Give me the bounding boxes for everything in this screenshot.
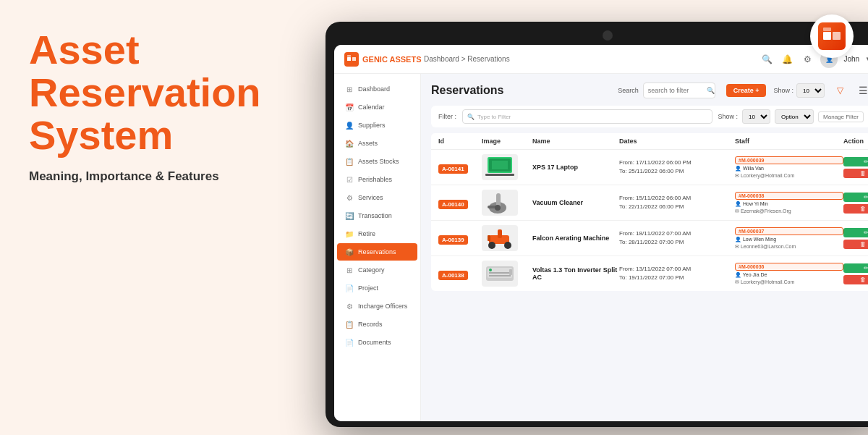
sidebar-label-category: Category	[358, 266, 385, 274]
item-image-1	[482, 154, 518, 180]
staff-email-2: ✉ Ezernak@Friesen.Org	[735, 208, 843, 214]
sidebar-label-incharge: Incharge Officers	[358, 303, 407, 310]
sidebar-item-dashboard[interactable]: ⊞ Dashboard	[337, 80, 417, 98]
show-select-2[interactable]: 10 25	[742, 109, 770, 124]
brand: GENIC ASSETS	[344, 52, 424, 67]
chevron-down-icon: ▼	[865, 56, 868, 62]
delete-button-2[interactable]: 🗑 Delete	[843, 204, 868, 214]
delete-button-3[interactable]: 🗑 Delete	[843, 240, 868, 249]
staff-email-3: ✉ Leonne63@Larson.Com	[735, 244, 843, 250]
edit-button-1[interactable]: ✏ Edit	[843, 157, 868, 166]
main-title: Asset Reservation System	[29, 29, 253, 156]
sidebar-item-retire[interactable]: 📁 Retire	[337, 225, 417, 242]
edit-button-2[interactable]: ✏ Edit	[843, 193, 868, 202]
search-box: Search 🔍	[618, 83, 719, 98]
suppliers-icon: 👤	[344, 120, 354, 130]
show-select[interactable]: 10 25 50	[796, 83, 825, 98]
documents-icon: 📄	[344, 337, 354, 347]
logo-icon	[818, 22, 846, 50]
svg-point-16	[504, 242, 511, 249]
sidebar-item-documents[interactable]: 📄 Documents	[337, 334, 417, 351]
delete-button-4[interactable]: 🗑 Delete	[843, 275, 868, 284]
assets-icon: 🏠	[344, 138, 354, 148]
manage-filter-button[interactable]: Manage Filter	[818, 111, 864, 122]
assets-stocks-icon: 📋	[344, 156, 354, 166]
col-name: Name	[532, 138, 619, 145]
records-icon: 📋	[344, 319, 354, 329]
breadcrumb: Dashboard > Reservations	[424, 55, 760, 63]
sidebar-item-transaction[interactable]: 🔄 Transaction	[337, 207, 417, 224]
action-3: ✏ Edit 🗑 Delete	[843, 228, 868, 249]
menu-icon[interactable]: ☰	[855, 83, 868, 98]
sidebar-item-suppliers[interactable]: 👤 Suppliers	[337, 117, 417, 134]
delete-button-1[interactable]: 🗑 Delete	[843, 169, 868, 178]
staff-id-1: #M-000039	[735, 156, 843, 164]
laptop-outer: GENIC ASSETS Dashboard > Reservations 🔍 …	[326, 22, 868, 427]
staff-1: #M-000039 👤 Willa Van ✉ Lcorkery@Hotmail…	[735, 156, 843, 179]
brand-name: GENIC ASSETS	[362, 55, 422, 64]
laptop-notch	[603, 30, 613, 41]
staff-name-2: 👤 How Yi Min	[735, 201, 843, 207]
edit-button-4[interactable]: ✏ Edit	[843, 263, 868, 273]
svg-rect-5	[347, 55, 351, 57]
brand-icon	[344, 52, 359, 67]
search-icon[interactable]: 🔍	[760, 52, 774, 67]
filter-row: Filter : 🔍 Type to Filter Show : 10 25	[431, 106, 868, 127]
dates-4: From: 13/11/2022 07:00 AMTo: 19/11/2022 …	[619, 265, 735, 282]
laptop-wrapper: GENIC ASSETS Dashboard > Reservations 🔍 …	[326, 22, 868, 427]
topbar-actions: 🔍 🔔 ⚙ 👤 John ▼	[760, 51, 868, 68]
sidebar-item-project[interactable]: 📄 Project	[337, 279, 417, 297]
search-label: Search	[618, 87, 639, 94]
bell-icon[interactable]: 🔔	[780, 52, 794, 67]
item-image-2	[482, 190, 518, 216]
svg-point-13	[495, 205, 501, 211]
sidebar-label-assets: Assets	[358, 140, 378, 147]
screen: GENIC ASSETS Dashboard > Reservations 🔍 …	[334, 45, 868, 421]
dates-1: From: 17/11/2022 06:00 PMTo: 25/11/2022 …	[619, 159, 735, 176]
reservations-icon: 📦	[344, 247, 354, 257]
sidebar-item-assets-stocks[interactable]: 📋 Assets Stocks	[337, 153, 417, 170]
svg-rect-1	[833, 32, 841, 40]
filter-search-icon: 🔍	[467, 114, 475, 120]
filter-label: Filter :	[438, 113, 456, 120]
staff-id-4: #M-000036	[735, 263, 843, 271]
svg-rect-21	[489, 272, 511, 274]
topbar: GENIC ASSETS Dashboard > Reservations 🔍 …	[334, 45, 868, 74]
project-icon: 📄	[344, 283, 354, 293]
svg-rect-18	[488, 235, 490, 241]
sidebar-item-assets[interactable]: 🏠 Assets	[337, 135, 417, 152]
sidebar-item-reservations[interactable]: 📦 Reservations	[337, 243, 417, 261]
show-box: Show : 10 25 50	[773, 83, 825, 98]
filter-right: Show : 10 25 Option Manage Filter	[718, 109, 864, 124]
sidebar-item-records[interactable]: 📋 Records	[337, 316, 417, 333]
edit-button-3[interactable]: ✏ Edit	[843, 228, 868, 237]
dashboard-icon: ⊞	[344, 84, 354, 94]
sidebar-item-category[interactable]: ⊞ Category	[337, 261, 417, 279]
transaction-icon: 🔄	[344, 211, 354, 221]
sidebar-item-services[interactable]: ⚙ Services	[337, 189, 417, 206]
sidebar-label-services: Services	[358, 194, 383, 201]
action-1: ✏ Edit 🗑 Delete	[843, 157, 868, 178]
search-input[interactable]	[643, 83, 715, 98]
retire-icon: 📁	[344, 229, 354, 239]
create-button[interactable]: Create +	[726, 84, 767, 97]
svg-rect-0	[823, 32, 831, 40]
col-dates: Dates	[619, 138, 735, 145]
item-image-3	[482, 225, 518, 251]
staff-3: #M-000037 👤 Low Wen Ming ✉ Leonne63@Lars…	[735, 227, 843, 250]
filter-icon[interactable]: ▽	[832, 83, 848, 98]
filter-input[interactable]: 🔍 Type to Filter	[462, 109, 712, 124]
page-header: Reservations Search 🔍 Create + Show : 10…	[431, 83, 868, 98]
option-select[interactable]: Option	[775, 109, 814, 124]
incharge-icon: ⚙	[344, 301, 354, 311]
sidebar-item-incharge[interactable]: ⚙ Incharge Officers	[337, 297, 417, 315]
sidebar-label-assets-stocks: Assets Stocks	[358, 158, 399, 165]
subtitle: Meaning, Importance & Features	[29, 169, 253, 184]
col-image: Image	[482, 138, 532, 145]
dates-3: From: 18/11/2022 07:00 AMTo: 28/11/2022 …	[619, 229, 735, 247]
logo-badge	[810, 14, 854, 58]
sidebar-item-perishables[interactable]: ☑ Perishables	[337, 171, 417, 188]
settings-icon[interactable]: ⚙	[800, 52, 814, 67]
sidebar-item-calendar[interactable]: 📅 Calendar	[337, 98, 417, 116]
sidebar-label-documents: Documents	[358, 339, 391, 346]
